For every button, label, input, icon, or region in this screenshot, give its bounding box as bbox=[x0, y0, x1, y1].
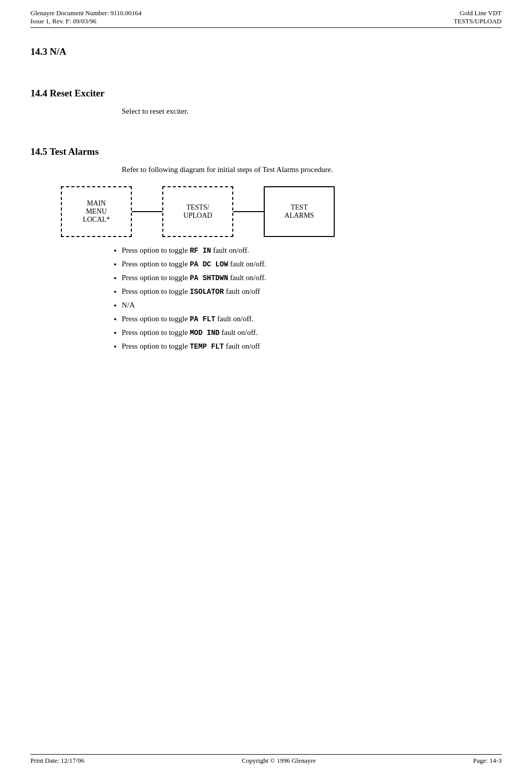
section-143: 14.3 N/A bbox=[30, 46, 502, 57]
bullet-7-code: MOD IND bbox=[190, 329, 220, 337]
arrow-1 bbox=[132, 211, 162, 212]
section-144: 14.4 Reset Exciter Select to reset excit… bbox=[30, 88, 502, 116]
bullet-1-prefix: Press option to toggle bbox=[122, 246, 190, 254]
header-right: Gold Line VDT TESTS/UPLOAD bbox=[453, 9, 502, 25]
bullet-4-prefix: Press option to toggle bbox=[122, 287, 190, 295]
bullet-7-prefix: Press option to toggle bbox=[122, 328, 190, 336]
section-144-title: 14.4 Reset Exciter bbox=[30, 88, 502, 99]
section-144-body: Select to reset exciter. bbox=[122, 107, 502, 116]
bullet-3-suffix: fault on/off. bbox=[228, 274, 266, 282]
diagram-box-main-menu: MAIN MENU LOCAL* bbox=[61, 186, 132, 237]
footer-copyright: Copyright © 1996 Glenayre bbox=[242, 757, 316, 765]
bullet-item-6: Press option to toggle PA FLT fault on/o… bbox=[122, 315, 502, 323]
bullet-8-suffix: fault on/off bbox=[224, 342, 260, 350]
header-left: Glenayre Document Number: 9110.00164 Iss… bbox=[30, 9, 141, 25]
box1-line2: MENU bbox=[86, 208, 107, 216]
section-145-title: 14.5 Test Alarms bbox=[30, 146, 502, 157]
section-145-intro: Refer to following diagram for initial s… bbox=[122, 165, 502, 174]
bullet-1-code: RF IN bbox=[190, 247, 211, 255]
box2-line1: TESTS/ bbox=[186, 204, 209, 212]
bullet-2-code: PA DC LOW bbox=[190, 260, 228, 268]
bullet-8-prefix: Press option to toggle bbox=[122, 342, 190, 350]
section-143-title: 14.3 N/A bbox=[30, 46, 502, 57]
bullet-4-code: ISOLATOR bbox=[190, 288, 224, 296]
bullet-6-prefix: Press option to toggle bbox=[122, 315, 190, 323]
bullet-6-code: PA FLT bbox=[190, 315, 215, 323]
bullet-item-3: Press option to toggle PA SHTDWN fault o… bbox=[122, 274, 502, 282]
page-footer: Print Date: 12/17/96 Copyright © 1996 Gl… bbox=[30, 754, 502, 765]
section-145-intro-text: Refer to following diagram for initial s… bbox=[122, 165, 333, 174]
footer-print-date: Print Date: 12/17/96 bbox=[30, 757, 84, 765]
diagram-box-tests-upload: TESTS/ UPLOAD bbox=[162, 186, 233, 237]
box3-line2: ALARMS bbox=[285, 212, 314, 220]
footer-page-number: Page: 14-3 bbox=[473, 757, 502, 765]
bullet-item-2: Press option to toggle PA DC LOW fault o… bbox=[122, 260, 502, 268]
bullet-7-suffix: fault on/off. bbox=[220, 328, 258, 336]
bullet-item-4: Press option to toggle ISOLATOR fault on… bbox=[122, 287, 502, 296]
bullet-2-suffix: fault on/off. bbox=[228, 260, 266, 268]
header-product: Gold Line VDT bbox=[453, 9, 502, 17]
header-issue: Issue 1, Rev. F: 09/03/96 bbox=[30, 17, 141, 25]
diagram-area: MAIN MENU LOCAL* TESTS/ UPLOAD TEST ALAR… bbox=[61, 186, 502, 237]
section-145: 14.5 Test Alarms Refer to following diag… bbox=[30, 146, 502, 351]
header-doc-number: Glenayre Document Number: 9110.00164 bbox=[30, 9, 141, 17]
box3-line1: TEST bbox=[291, 204, 307, 212]
page: Glenayre Document Number: 9110.00164 Iss… bbox=[0, 0, 532, 780]
bullet-2-prefix: Press option to toggle bbox=[122, 260, 190, 268]
bullet-5-na: N/A bbox=[122, 301, 135, 309]
section-144-text: Select to reset exciter. bbox=[122, 107, 189, 115]
bullet-3-prefix: Press option to toggle bbox=[122, 274, 190, 282]
box1-line3: LOCAL* bbox=[83, 216, 110, 224]
arrow-2 bbox=[233, 211, 264, 212]
bullet-item-5: N/A bbox=[122, 301, 502, 310]
diagram-box-test-alarms: TEST ALARMS bbox=[264, 186, 335, 237]
test-alarms-bullet-list: Press option to toggle RF IN fault on/of… bbox=[122, 246, 502, 351]
bullet-1-suffix: fault on/off. bbox=[211, 246, 249, 254]
bullet-3-code: PA SHTDWN bbox=[190, 274, 228, 282]
bullet-4-suffix: fault on/off bbox=[224, 287, 260, 295]
bullet-item-8: Press option to toggle TEMP FLT fault on… bbox=[122, 342, 502, 351]
header-section: TESTS/UPLOAD bbox=[453, 17, 502, 25]
page-header: Glenayre Document Number: 9110.00164 Iss… bbox=[30, 9, 502, 28]
box1-line1: MAIN bbox=[87, 199, 105, 208]
bullet-6-suffix: fault on/off. bbox=[216, 315, 254, 323]
bullet-8-code: TEMP FLT bbox=[190, 343, 224, 351]
box2-line2: UPLOAD bbox=[184, 212, 212, 220]
bullet-item-1: Press option to toggle RF IN fault on/of… bbox=[122, 246, 502, 255]
bullet-item-7: Press option to toggle MOD IND fault on/… bbox=[122, 328, 502, 337]
